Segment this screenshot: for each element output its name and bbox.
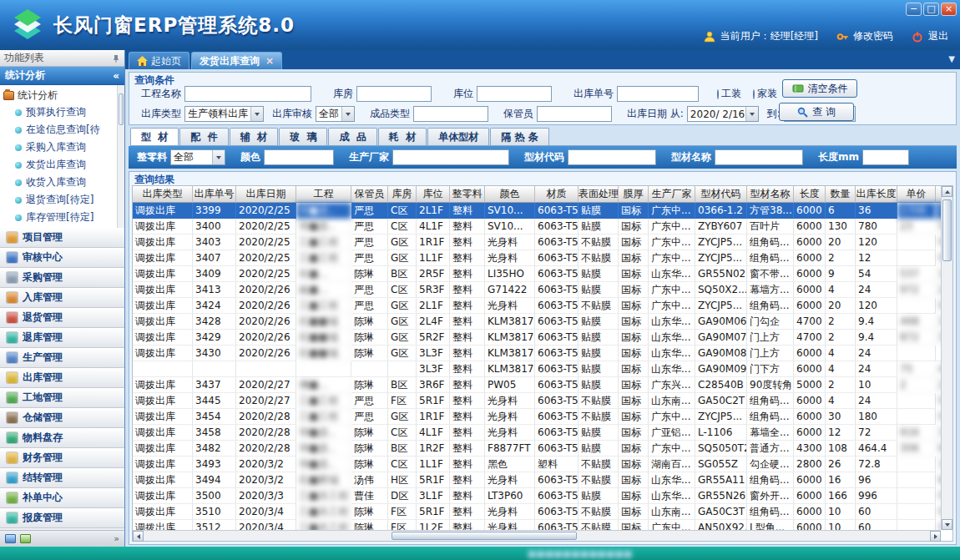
sidebar-module[interactable]: 财务管理 <box>0 448 124 468</box>
tree-item[interactable]: 采购入库查询 <box>3 139 116 156</box>
table-row[interactable]: 3L3F整料KLM38176063-T5贴膜国标山东华...GA90M09..门… <box>133 361 941 377</box>
table-row[interactable]: 调拨出库34372020/2/27佛■...陈琳B区3R6F整料PW056063… <box>133 377 941 393</box>
horizontal-scroll-thumb[interactable] <box>392 532 578 540</box>
warehouse-input[interactable] <box>356 86 432 102</box>
sidebar-module[interactable]: 退货管理 <box>0 308 124 328</box>
color-input[interactable] <box>264 149 334 165</box>
material-tab[interactable]: 辅 材 <box>230 128 278 145</box>
sidebar-module[interactable]: 退库管理 <box>0 328 124 348</box>
material-tab[interactable]: 配 件 <box>179 128 228 145</box>
tree-scrollbar[interactable] <box>117 85 124 228</box>
change-password-link[interactable]: 修改密码 <box>853 29 893 43</box>
column-header[interactable]: 数量 <box>826 186 856 203</box>
column-header[interactable]: 工程 <box>296 186 351 203</box>
table-row[interactable]: 调拨出库34822020/2/28华■原..陈琳B区1R2F整料F8877FT6… <box>133 441 941 457</box>
scroll-up-icon[interactable] <box>942 186 952 197</box>
table-row[interactable]: 调拨出库34242020/2/26工■工程严思G区2L1F整料光身料6063-T… <box>133 298 941 314</box>
sidebar-module[interactable]: 入库管理 <box>0 288 124 308</box>
table-row[interactable]: 调拨出库34452020/2/27工■工程严思F区5R1F整料光身料6063-T… <box>133 393 941 409</box>
maximize-button[interactable]: □ <box>923 3 939 16</box>
column-header[interactable]: 保管员 <box>351 186 388 203</box>
tree-root-statistics[interactable]: 统计分析 <box>3 87 116 103</box>
column-header[interactable]: 整零料 <box>450 186 485 203</box>
column-header[interactable]: 颜色 <box>485 186 535 203</box>
column-header[interactable]: 出库单号 <box>193 186 236 203</box>
profile-code-input[interactable] <box>568 149 656 165</box>
material-tab[interactable]: 型 材 <box>130 128 179 145</box>
audit-select[interactable]: 全部 <box>316 106 355 122</box>
column-header[interactable]: 出库日期 <box>236 186 296 203</box>
table-row[interactable]: 调拨出库34582020/2/28华■原..陈琳C区4L1F整料光身料6063-… <box>133 425 941 441</box>
product-type-input[interactable] <box>413 106 488 122</box>
column-header[interactable]: 出库长度 <box>856 186 897 203</box>
table-row[interactable]: 调拨出库34302020/2/26石■■城陈琳G区3L3F整料KLM381760… <box>133 346 941 361</box>
tab-close-icon[interactable]: × <box>265 55 274 67</box>
sidebar-module[interactable]: 采购管理 <box>0 268 124 288</box>
tree-item[interactable]: 预算执行查询 <box>3 103 116 121</box>
tree-item[interactable]: 在途信息查询[待 <box>3 121 116 139</box>
expand-icon[interactable]: » <box>114 533 119 544</box>
table-vertical-scrollbar[interactable] <box>941 186 952 530</box>
close-button[interactable]: × <box>941 3 957 16</box>
sidebar-module[interactable]: 结转管理 <box>0 468 124 488</box>
pin-icon[interactable] <box>112 54 120 63</box>
logout-link[interactable]: 退出 <box>928 29 948 43</box>
tree-item[interactable]: 收货入库查询 <box>3 174 116 191</box>
project-name-input[interactable] <box>184 86 311 102</box>
column-header[interactable]: 库房 <box>388 186 417 203</box>
material-tab[interactable]: 隔 热 条 <box>490 128 548 145</box>
sidebar-module[interactable]: 补单中心 <box>0 488 124 508</box>
table-row[interactable]: 调拨出库34542020/2/28工■工程严思G区1R1F整料光身料6063-T… <box>133 409 941 425</box>
clear-conditions-button[interactable]: 清空条件 <box>782 79 857 98</box>
whole-piece-select[interactable]: 全部 <box>170 149 225 165</box>
column-header[interactable]: 膜厚 <box>619 186 649 203</box>
sidebar-module[interactable]: 仓储管理 <box>0 408 124 428</box>
table-row[interactable]: 调拨出库34932020/3/2华■原..陈琳C区1L1F整料黑色塑料不贴膜国标… <box>133 457 941 472</box>
material-tab[interactable]: 成 品 <box>328 128 376 145</box>
column-header[interactable]: 长度 <box>794 186 826 203</box>
sidebar-module[interactable]: 审核中心 <box>0 248 124 268</box>
tree-item[interactable]: 发货出库查询 <box>3 156 116 174</box>
length-input[interactable] <box>862 149 909 165</box>
sidebar-module[interactable]: 出库管理 <box>0 368 124 388</box>
table-row[interactable]: 调拨出库34032020/2/25工■工程严思G区1R1F整料光身料6063-T… <box>133 235 941 250</box>
scroll-down-icon[interactable] <box>942 519 952 530</box>
sidebar-module[interactable]: 物料盘存 <box>0 428 124 448</box>
column-header[interactable]: 型材代码 <box>695 186 747 203</box>
sidebar-module[interactable]: 项目管理 <box>0 228 124 248</box>
radio-industrial[interactable] <box>717 89 719 99</box>
tree-item[interactable]: 退货查询[待定] <box>3 191 116 209</box>
table-row[interactable]: 调拨出库35122020/3/4工■共工程陈琳F区1L2F整料光身料6063-T… <box>133 520 941 530</box>
table-row[interactable]: 调拨出库35102020/3/4工■共工程陈琳F区5R1F整料光身料6063-T… <box>133 504 941 520</box>
grid-icon[interactable] <box>20 534 31 543</box>
tree-item[interactable]: 库存管理[待定] <box>3 209 116 226</box>
column-header[interactable]: 生产厂家 <box>649 186 695 203</box>
column-header[interactable]: 库位 <box>417 186 450 203</box>
table-row[interactable]: 调拨出库34132020/2/26南■...严思C区5R3F整料G7142260… <box>133 282 941 298</box>
material-tab[interactable]: 玻 璃 <box>279 128 327 145</box>
search-button[interactable]: 查 询 <box>779 103 854 121</box>
column-header[interactable]: 材质 <box>535 186 579 203</box>
sidebar-module[interactable]: 工地管理 <box>0 388 124 408</box>
outbound-type-select[interactable]: 生产领料出库 <box>184 106 264 122</box>
table-row[interactable]: 调拨出库35002020/3/3工■共工程曹佳D区3L1F整料LT3P60606… <box>133 488 941 504</box>
keeper-input[interactable] <box>537 106 612 122</box>
section-header-statistics[interactable]: 统计分析 « <box>0 67 124 85</box>
table-row[interactable]: 调拨出库34072020/2/25工■工程严思G区1L1F整料光身料6063-T… <box>133 250 941 266</box>
profile-name-input[interactable] <box>715 149 803 165</box>
table-row[interactable]: 调拨出库34282020/2/26石■■城陈琳G区2L4F整料KLM381760… <box>133 314 941 330</box>
tab-shipment-outbound-query[interactable]: 发货出库查询 × <box>191 52 282 69</box>
scroll-left-icon[interactable] <box>133 531 144 542</box>
material-tab[interactable]: 单体型材 <box>427 128 489 145</box>
collapse-icon[interactable]: « <box>113 70 119 82</box>
monitor-icon[interactable] <box>5 534 16 543</box>
sidebar-module[interactable]: 报废管理 <box>0 508 124 528</box>
date-from-picker[interactable]: 2020/ 2/16 <box>687 106 759 122</box>
column-header[interactable]: 单价 <box>897 186 936 203</box>
manufacturer-input[interactable] <box>392 149 509 165</box>
table-row[interactable]: 调拨出库34002020/2/25华■原..严思C区4L1F整料SV10...6… <box>133 219 941 235</box>
table-row[interactable]: 调拨出库34292020/2/26石■■城陈琳G区5R2F整料KLM381760… <box>133 330 941 346</box>
minimize-button[interactable]: − <box>906 3 922 16</box>
material-tab[interactable]: 耗 材 <box>378 128 427 145</box>
order-no-input[interactable] <box>617 86 699 102</box>
